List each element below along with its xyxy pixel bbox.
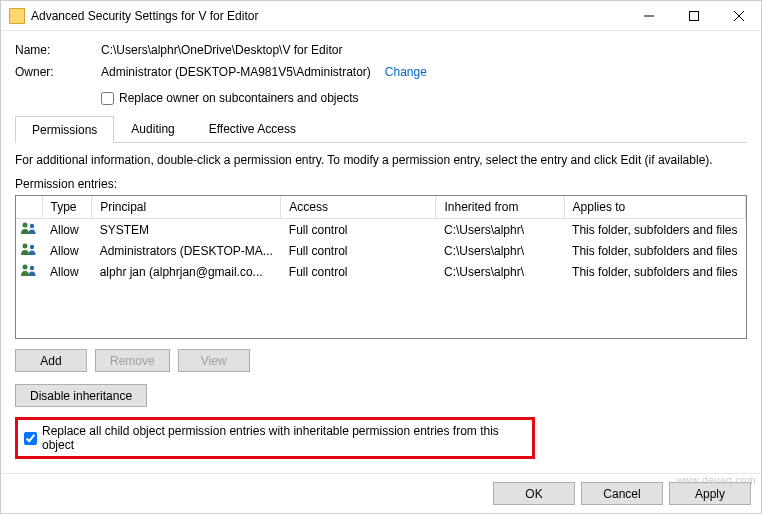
window-title: Advanced Security Settings for V for Edi… xyxy=(31,9,626,23)
cell-principal: Administrators (DESKTOP-MA... xyxy=(92,240,281,261)
users-icon xyxy=(20,263,38,277)
table-header-row: Type Principal Access Inherited from App… xyxy=(16,196,746,219)
cell-inherited: C:\Users\alphr\ xyxy=(436,261,564,282)
tab-permissions[interactable]: Permissions xyxy=(15,116,114,143)
svg-point-8 xyxy=(23,265,28,270)
cell-type: Allow xyxy=(42,261,92,282)
svg-point-6 xyxy=(23,244,28,249)
name-row: Name: C:\Users\alphr\OneDrive\Desktop\V … xyxy=(15,43,747,57)
row-icon xyxy=(16,219,42,241)
remove-button[interactable]: Remove xyxy=(95,349,170,372)
cell-principal: alphr jan (alphrjan@gmail.co... xyxy=(92,261,281,282)
ok-button[interactable]: OK xyxy=(493,482,575,505)
tab-effective-access[interactable]: Effective Access xyxy=(192,115,313,142)
entry-buttons: Add Remove View xyxy=(15,349,747,372)
cell-access: Full control xyxy=(281,240,436,261)
replace-children-row: Replace all child object permission entr… xyxy=(15,417,535,459)
col-type[interactable]: Type xyxy=(42,196,92,219)
cell-principal: SYSTEM xyxy=(92,219,281,241)
cell-inherited: C:\Users\alphr\ xyxy=(436,219,564,241)
entries-label: Permission entries: xyxy=(15,177,747,191)
col-inherited-from[interactable]: Inherited from xyxy=(436,196,564,219)
window-controls xyxy=(626,1,761,30)
dialog-footer: OK Cancel Apply xyxy=(1,473,761,513)
row-icon xyxy=(16,240,42,261)
minimize-button[interactable] xyxy=(626,1,671,30)
col-principal[interactable]: Principal xyxy=(92,196,281,219)
cell-access: Full control xyxy=(281,261,436,282)
tab-strip: Permissions Auditing Effective Access xyxy=(15,115,747,143)
table-row[interactable]: AllowAdministrators (DESKTOP-MA...Full c… xyxy=(16,240,746,261)
cell-applies: This folder, subfolders and files xyxy=(564,240,745,261)
svg-rect-1 xyxy=(689,11,698,20)
window: Advanced Security Settings for V for Edi… xyxy=(0,0,762,514)
permission-table: Type Principal Access Inherited from App… xyxy=(15,195,747,339)
col-access[interactable]: Access xyxy=(281,196,436,219)
table-row[interactable]: AllowSYSTEMFull controlC:\Users\alphr\Th… xyxy=(16,219,746,241)
table-row[interactable]: Allowalphr jan (alphrjan@gmail.co...Full… xyxy=(16,261,746,282)
close-button[interactable] xyxy=(716,1,761,30)
cell-type: Allow xyxy=(42,219,92,241)
add-button[interactable]: Add xyxy=(15,349,87,372)
users-icon xyxy=(20,242,38,256)
change-owner-link[interactable]: Change xyxy=(385,65,427,79)
replace-children-label: Replace all child object permission entr… xyxy=(42,424,526,452)
cancel-button[interactable]: Cancel xyxy=(581,482,663,505)
disable-inheritance-button[interactable]: Disable inheritance xyxy=(15,384,147,407)
maximize-button[interactable] xyxy=(671,1,716,30)
replace-owner-label: Replace owner on subcontainers and objec… xyxy=(119,91,358,105)
owner-label: Owner: xyxy=(15,65,101,79)
titlebar: Advanced Security Settings for V for Edi… xyxy=(1,1,761,31)
svg-point-4 xyxy=(23,223,28,228)
row-icon xyxy=(16,261,42,282)
view-button[interactable]: View xyxy=(178,349,250,372)
replace-owner-row: Replace owner on subcontainers and objec… xyxy=(101,91,747,105)
svg-point-5 xyxy=(30,224,34,228)
cell-applies: This folder, subfolders and files xyxy=(564,219,745,241)
owner-value: Administrator (DESKTOP-MA981V5\Administr… xyxy=(101,65,371,79)
svg-point-7 xyxy=(30,245,34,249)
svg-point-9 xyxy=(30,266,34,270)
replace-owner-checkbox[interactable] xyxy=(101,92,114,105)
cell-type: Allow xyxy=(42,240,92,261)
disable-inheritance-row: Disable inheritance xyxy=(15,384,747,407)
owner-row: Owner: Administrator (DESKTOP-MA981V5\Ad… xyxy=(15,65,747,79)
users-icon xyxy=(20,221,38,235)
folder-icon xyxy=(9,8,25,24)
hint-text: For additional information, double-click… xyxy=(15,153,747,167)
replace-children-checkbox[interactable] xyxy=(24,432,37,445)
col-applies-to[interactable]: Applies to xyxy=(564,196,745,219)
tab-auditing[interactable]: Auditing xyxy=(114,115,191,142)
name-value: C:\Users\alphr\OneDrive\Desktop\V for Ed… xyxy=(101,43,342,57)
cell-inherited: C:\Users\alphr\ xyxy=(436,240,564,261)
cell-applies: This folder, subfolders and files xyxy=(564,261,745,282)
content-area: Name: C:\Users\alphr\OneDrive\Desktop\V … xyxy=(1,31,761,473)
name-label: Name: xyxy=(15,43,101,57)
cell-access: Full control xyxy=(281,219,436,241)
col-icon[interactable] xyxy=(16,196,42,219)
watermark: www.deuaq.com xyxy=(676,475,756,486)
